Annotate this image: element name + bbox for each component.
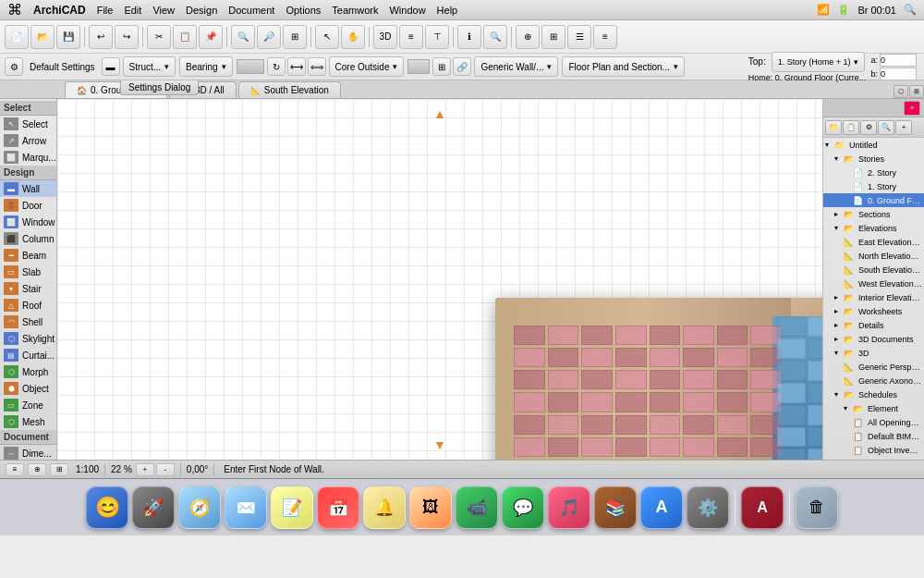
tree-item-wall-schedule[interactable]: 📋 Wall Schedule (823, 457, 924, 460)
settings-icon[interactable]: ⚙ (5, 57, 23, 76)
attr-btn[interactable]: ≡ (593, 25, 617, 49)
b-input[interactable] (880, 68, 917, 80)
dock-mail[interactable]: ✉️ (225, 486, 267, 529)
tool-slab[interactable]: ▭ Slab (0, 264, 56, 280)
dock-reminders[interactable]: 🔔 (363, 486, 406, 529)
zoom-in-status[interactable]: + (136, 463, 154, 476)
panel-btn-1[interactable]: 📁 (825, 120, 842, 135)
dock-music[interactable]: 🎵 (548, 486, 590, 529)
generic-wall-dropdown[interactable]: Generic Wall/... (474, 56, 558, 77)
dock-trash[interactable]: 🗑 (796, 486, 838, 529)
menu-edit[interactable]: Edit (124, 5, 141, 16)
menu-document[interactable]: Document (228, 5, 274, 16)
save-btn[interactable]: 💾 (56, 25, 80, 49)
story-dropdown[interactable]: 1. Story (Home + 1) (772, 52, 866, 72)
dock-books[interactable]: 📚 (594, 486, 637, 529)
canvas-zoom-btn[interactable]: ⬡ (894, 85, 908, 98)
new-btn[interactable]: 📄 (5, 25, 29, 49)
tree-item-worksheets[interactable]: ▸ 📂 Worksheets (823, 304, 924, 318)
bearing-dropdown[interactable]: Bearing (179, 56, 232, 77)
tree-item-generic-axon[interactable]: 📐 Generic Axonome... (823, 374, 924, 387)
cut-btn[interactable]: ✂ (147, 25, 171, 49)
tool-select[interactable]: ↖ Select (0, 116, 56, 132)
tree-item-3ddocs[interactable]: ▸ 📂 3D Documents (823, 332, 924, 346)
floor-plan-dropdown[interactable]: Floor Plan and Section... (562, 56, 685, 77)
zoom-in-btn[interactable]: 🔍 (231, 25, 255, 49)
tree-item-interior-elev[interactable]: ▸ 📂 Interior Elevations (823, 290, 924, 304)
tree-item-2story[interactable]: 📄 2. Story (823, 166, 924, 179)
tool-dimension[interactable]: ↔ Dime... (0, 445, 56, 460)
tool-door[interactable]: 🚪 Door (0, 197, 56, 214)
layer-btn[interactable]: ☰ (567, 25, 591, 49)
snap-icon[interactable]: ⊕ (28, 463, 46, 476)
element-info-btn[interactable]: ℹ (457, 25, 481, 49)
tree-item-north-elev[interactable]: 📐 North Elevation (A (823, 249, 924, 263)
menu-view[interactable]: View (152, 5, 175, 16)
tool-curtainwall[interactable]: ▤ Curtai... (0, 347, 56, 363)
search-icon[interactable]: 🔍 (904, 4, 917, 16)
tree-item-element[interactable]: ▾ 📂 Element (823, 401, 924, 415)
tree-item-sections[interactable]: ▸ 📂 Sections (823, 207, 924, 221)
dock-archicad[interactable]: A (741, 486, 784, 529)
tree-item-bimx[interactable]: 📋 Default BIMx IE... (823, 429, 924, 443)
fit-btn[interactable]: ⊞ (283, 25, 307, 49)
tree-item-1story[interactable]: 📄 1. Story (823, 179, 924, 193)
elevation-btn[interactable]: ⊤ (425, 25, 449, 49)
menu-help[interactable]: Help (437, 5, 458, 16)
find-btn[interactable]: 🔍 (483, 25, 507, 49)
copy-btn[interactable]: 📋 (173, 25, 197, 49)
mirror-btn[interactable]: ⟺ (308, 57, 326, 76)
tool-stair[interactable]: ▾ Stair (0, 280, 56, 297)
tool-zone[interactable]: ▭ Zone (0, 397, 56, 413)
flip-btn[interactable]: ⟷ (287, 57, 306, 76)
menu-window[interactable]: Window (389, 5, 425, 16)
dock-facetime[interactable]: 📹 (456, 486, 498, 529)
panel-btn-4[interactable]: 🔍 (878, 120, 894, 135)
menu-teamwork[interactable]: Teamwork (332, 5, 378, 16)
scroll-down-arrow[interactable]: ▼ (433, 437, 446, 452)
tool-column[interactable]: ⬛ Column (0, 230, 56, 247)
tree-item-stories[interactable]: ▾ 📂 Stories (823, 152, 924, 166)
tree-item-west-elev[interactable]: 📐 West Elevation (A (823, 277, 924, 290)
dock-messages[interactable]: 💬 (502, 486, 544, 529)
menu-design[interactable]: Design (186, 5, 217, 16)
canvas-fit-btn[interactable]: ⊞ (909, 85, 924, 98)
settings-dialog-tab[interactable]: Settings Dialog (120, 80, 199, 95)
app-name[interactable]: ArchiCAD (33, 4, 86, 17)
dock-prefs[interactable]: ⚙️ (687, 486, 729, 529)
guide-btn[interactable]: ⊞ (541, 25, 565, 49)
dock-appstore[interactable]: A (640, 486, 683, 529)
open-btn[interactable]: 📂 (30, 25, 55, 49)
panel-btn-5[interactable]: + (895, 120, 912, 135)
tool-object[interactable]: ⬢ Object (0, 380, 56, 397)
zoom-out-btn[interactable]: 🔎 (257, 25, 281, 49)
pointer-btn[interactable]: ↖ (315, 25, 339, 49)
design-section-header[interactable]: Design (0, 166, 56, 180)
tree-item-ground-floor[interactable]: 📄 0. Ground Floor (823, 193, 924, 207)
dock-launchpad[interactable]: 🚀 (132, 486, 175, 529)
core-outside-dropdown[interactable]: Core Outside (329, 56, 405, 77)
dock-finder[interactable]: 😊 (86, 486, 128, 529)
tool-window[interactable]: ⬜ Window (0, 214, 56, 230)
tree-item-generic-persp[interactable]: 📐 Generic Perspectiv... (823, 360, 924, 374)
tool-marquee[interactable]: ⬜ Marqu... (0, 149, 56, 166)
tool-skylight[interactable]: ⬡ Skylight (0, 330, 56, 347)
redo-btn[interactable]: ↪ (115, 25, 139, 49)
document-section-header[interactable]: Document (0, 430, 56, 445)
undo-btn[interactable]: ↩ (89, 25, 113, 49)
tool-arrow[interactable]: ↗ Arrow (0, 132, 56, 149)
tool-roof[interactable]: △ Roof (0, 297, 56, 314)
apple-menu[interactable]: ⌘ (7, 1, 22, 18)
wall-orient-btn[interactable]: ⊞ (432, 57, 451, 76)
tab-south-elevation[interactable]: 📐 South Elevation (238, 81, 341, 98)
pan-btn[interactable]: ✋ (341, 25, 365, 49)
tool-shell[interactable]: ◠ Shell (0, 314, 56, 330)
select-section-header[interactable]: Select (0, 101, 56, 116)
scroll-up-arrow[interactable]: ▲ (433, 106, 446, 121)
menu-file[interactable]: File (97, 5, 114, 16)
panel-close-btn[interactable]: × (904, 101, 920, 116)
paste-btn[interactable]: 📌 (199, 25, 223, 49)
section-btn[interactable]: ≡ (399, 25, 423, 49)
dock-photos[interactable]: 🖼 (409, 486, 452, 529)
dock-notes[interactable]: 📝 (271, 486, 313, 529)
